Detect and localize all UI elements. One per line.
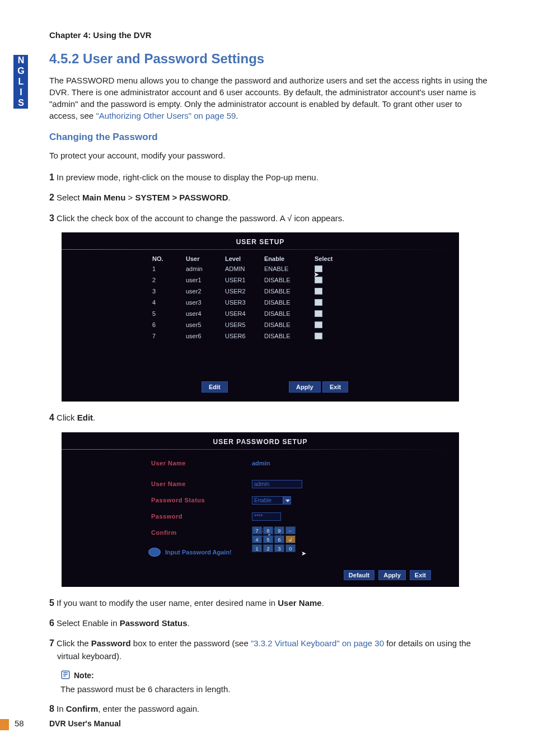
footer-text: DVR User's Manual [49, 719, 121, 728]
exit-button[interactable]: Exit [410, 570, 431, 580]
step-4-pre: Click [54, 413, 77, 422]
checkbox-icon[interactable] [315, 288, 322, 295]
td-enable: DISABLE [264, 321, 315, 329]
step-1: 1 In preview mode, right-click on the mo… [49, 171, 491, 184]
step-6-b: Password Status [120, 618, 188, 628]
td-user: user6 [186, 333, 225, 340]
edit-button[interactable]: Edit [202, 381, 228, 393]
td-user: admin [186, 265, 225, 273]
note-row: Note: [60, 670, 491, 680]
user-password-setup-screenshot: USER PASSWORD SETUP User Name admin User… [62, 432, 459, 587]
intro-after: . [236, 111, 238, 120]
key-backspace-icon[interactable]: ← [285, 526, 296, 534]
intro-paragraph: The PASSWORD menu allows you to change t… [49, 74, 491, 122]
step-4-num: 4 [49, 413, 54, 422]
td-select[interactable] [315, 277, 348, 284]
exit-button[interactable]: Exit [322, 381, 348, 393]
checkbox-icon[interactable] [315, 299, 322, 306]
td-select[interactable] [315, 299, 348, 307]
key-1[interactable]: 1 [252, 544, 262, 552]
td-level: USER2 [225, 288, 264, 296]
input-password[interactable]: **** [252, 512, 281, 521]
td-select[interactable] [315, 333, 348, 340]
default-button[interactable]: Default [344, 570, 374, 580]
td-no: 5 [152, 310, 186, 318]
speech-bubble-icon [148, 548, 161, 557]
key-8[interactable]: 8 [263, 526, 273, 534]
step-2-b1: Main Menu [82, 193, 126, 202]
password-buttons: Default Apply Exit [341, 570, 431, 580]
step-3: 3 Click the check box of the account to … [49, 212, 491, 225]
select-password-status[interactable]: Enable [252, 496, 283, 505]
label-confirm: Confirm [151, 529, 252, 536]
page-edge-tab [0, 719, 9, 730]
td-select[interactable] [315, 310, 348, 318]
step-2-num: 2 [49, 193, 54, 202]
td-enable: DISABLE [264, 299, 315, 307]
key-9[interactable]: 9 [274, 526, 284, 534]
step-6-post: . [188, 618, 190, 628]
th-no: NO. [152, 255, 186, 262]
td-enable: DISABLE [264, 333, 315, 340]
cursor-icon: ➤ [301, 550, 306, 557]
td-no: 6 [152, 321, 186, 329]
key-enter-icon[interactable]: ↲ [285, 535, 296, 543]
key-2[interactable]: 2 [263, 544, 273, 552]
step-4-b: Edit [77, 413, 93, 422]
user-password-title: USER PASSWORD SETUP [62, 432, 459, 446]
step-7: 7 Click the Password box to enter the pa… [49, 637, 491, 661]
td-select[interactable] [315, 321, 348, 329]
td-user: user1 [186, 277, 225, 284]
th-enable: Enable [264, 255, 315, 262]
step-5-b: User Name [278, 598, 321, 608]
td-level: USER3 [225, 299, 264, 307]
th-level: Level [225, 255, 264, 262]
key-0[interactable]: 0 [285, 544, 296, 552]
note-text: The password must be 6 characters in len… [60, 684, 491, 694]
checkbox-icon[interactable] [315, 321, 322, 328]
password-form: User Name admin User Name admin Password… [151, 460, 459, 537]
key-3[interactable]: 3 [274, 544, 284, 552]
td-no: 7 [152, 333, 186, 340]
step-7-mid: box to enter the password (see [131, 638, 251, 648]
step-1-num: 1 [49, 172, 54, 182]
step-4: 4 Click Edit. [49, 412, 491, 424]
chapter-heading: Chapter 4: Using the DVR [49, 30, 491, 40]
key-6[interactable]: 6 [274, 535, 284, 543]
input-tip: Input Password Again! [148, 548, 232, 557]
checkbox-icon[interactable] [315, 310, 322, 317]
step-5-num: 5 [49, 598, 54, 608]
step-3-text: Click the check box of the account to ch… [54, 213, 345, 223]
step-5-post: . [322, 598, 324, 608]
th-user: User [186, 255, 225, 262]
checkbox-icon[interactable] [315, 333, 322, 339]
td-select[interactable] [315, 265, 348, 273]
key-5[interactable]: 5 [263, 535, 273, 543]
intro-link[interactable]: "Authorizing Other Users" on page 59 [96, 111, 236, 120]
step-7-link[interactable]: "3.3.2 Virtual Keyboard" on page 30 [251, 638, 384, 648]
note-label: Note: [74, 671, 94, 680]
chevron-down-icon[interactable] [283, 496, 291, 505]
step-7-b: Password [91, 638, 131, 648]
user-setup-screenshot: USER SETUP NO. User Level Enable Select … [62, 232, 459, 402]
apply-button[interactable]: Apply [289, 381, 321, 393]
input-user-name[interactable]: admin [252, 480, 302, 488]
step-8-pre: In [54, 704, 66, 713]
language-tab-label: ENGLISH [16, 45, 26, 119]
page-number: 58 [15, 718, 24, 728]
key-7[interactable]: 7 [252, 526, 262, 534]
step-7-pre: Click the [54, 638, 91, 648]
td-level: USER4 [225, 310, 264, 318]
step-7-num: 7 [49, 638, 54, 648]
label-password-status: Password Status [151, 497, 252, 503]
apply-button[interactable]: Apply [378, 570, 406, 580]
virtual-keypad: 7 8 9 ← 4 5 6 ↲ 1 2 3 0 [252, 526, 296, 552]
key-4[interactable]: 4 [252, 535, 262, 543]
td-enable: ENABLE [264, 265, 315, 273]
td-level: USER6 [225, 333, 264, 340]
td-level: USER5 [225, 321, 264, 329]
step-2-mid: > [125, 193, 135, 202]
td-select[interactable] [315, 288, 348, 296]
step-2-post: . [228, 193, 231, 202]
td-level: ADMIN [225, 265, 264, 273]
